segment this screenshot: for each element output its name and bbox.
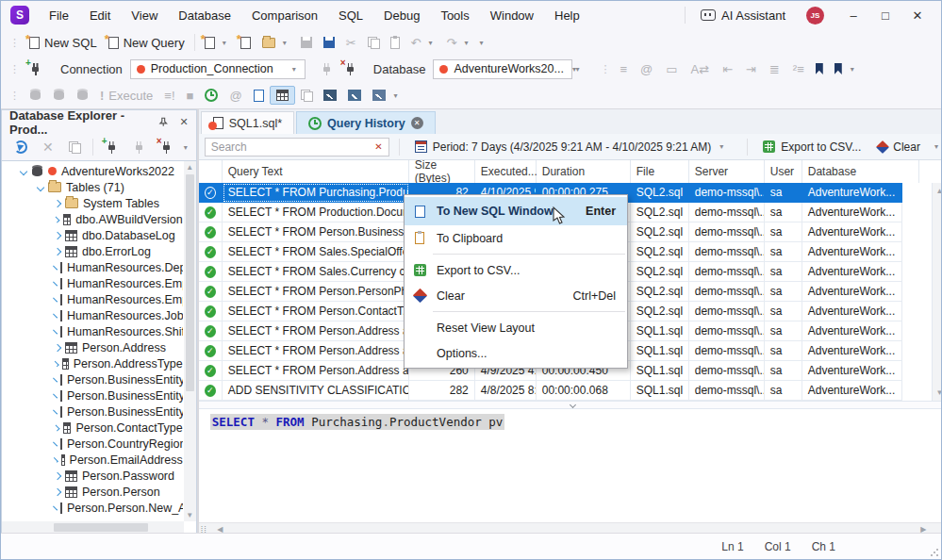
next-bookmark-button[interactable] <box>829 60 848 77</box>
tab-query-history[interactable]: Query History ✕ <box>296 111 436 134</box>
cell-server[interactable]: demo-mssql\... <box>689 183 765 203</box>
chevron-down-icon[interactable]: ▾ <box>426 39 436 47</box>
chevron-right-icon[interactable] <box>53 457 58 463</box>
db-tool-2-button[interactable] <box>47 86 71 105</box>
chevron-right-icon[interactable] <box>53 441 58 446</box>
cell-query-text[interactable]: SELECT * FROM Purchasing.ProductV... <box>223 183 409 203</box>
scroll-up-icon[interactable]: ▲ <box>184 161 196 173</box>
menu-item-clear[interactable]: ClearCtrl+Del <box>405 283 627 308</box>
grid-view-button[interactable] <box>270 86 295 105</box>
export-button[interactable] <box>367 87 391 104</box>
execute-button[interactable]: ! Execute <box>94 86 158 106</box>
chevron-right-icon[interactable] <box>53 360 58 366</box>
explorer-new-connection-button[interactable]: + <box>99 138 124 156</box>
cell-user[interactable]: sa <box>765 321 802 341</box>
toolbar-grip[interactable]: ⋮ <box>5 63 24 75</box>
cell-file[interactable]: SQL2.sql <box>631 262 689 282</box>
disconnect-button[interactable]: × <box>339 59 362 78</box>
chevron-down-icon[interactable]: ▾ <box>572 65 582 74</box>
undo-button[interactable]: ↶ ▾ <box>405 34 441 52</box>
new-sql-window-button[interactable]: * ▾ <box>199 34 235 52</box>
maximize-button[interactable]: □ <box>869 6 901 25</box>
new-query-button[interactable]: * New Query <box>103 33 190 53</box>
copy-button[interactable] <box>362 34 385 51</box>
chevron-right-icon[interactable] <box>53 297 58 302</box>
cell-user[interactable]: sa <box>765 381 802 401</box>
tree-item[interactable]: HumanResources.Shift <box>2 323 183 339</box>
scroll-down-icon[interactable]: ▼ <box>934 387 942 399</box>
fmt-at-button[interactable]: @ <box>635 60 658 78</box>
menu-item-to-clipboard[interactable]: To Clipboard <box>405 225 627 251</box>
fmt-rename-button[interactable]: ▭ <box>660 60 683 78</box>
save-all-button[interactable] <box>318 34 340 51</box>
menu-item-export-to-csv[interactable]: Export to CSV... <box>405 257 627 283</box>
cell-server[interactable]: demo-mssql\... <box>689 302 765 321</box>
cell-database[interactable]: AdventureWork... <box>802 262 902 282</box>
stop-button[interactable]: ■ <box>181 87 200 105</box>
chevron-right-icon[interactable] <box>54 247 61 255</box>
cell-query-text[interactable]: ADD SENSITIVITY CLASSIFICATION ... <box>223 381 409 401</box>
cell-user[interactable]: sa <box>765 183 802 203</box>
chevron-right-icon[interactable] <box>53 281 58 286</box>
tree-item[interactable]: dbo.ErrorLog <box>2 243 183 259</box>
macro-button[interactable]: @ <box>223 87 247 105</box>
menu-edit[interactable]: Edit <box>79 5 121 26</box>
tree-item[interactable]: dbo.DatabaseLog <box>2 227 183 243</box>
cell-user[interactable]: sa <box>765 222 802 242</box>
cell-query-text[interactable]: SELECT * FROM Sales.Currency c... <box>223 262 409 282</box>
fmt-case-button[interactable]: A⇄ <box>686 60 716 78</box>
connect-button[interactable] <box>315 59 339 78</box>
tree-item[interactable]: Person.BusinessEntityA <box>2 387 183 404</box>
grid-header-server[interactable]: Server <box>689 160 765 183</box>
cell-query-text[interactable]: SELECT * FROM Person.PersonPh... <box>223 282 409 302</box>
cell-query-text[interactable]: SELECT * FROM Sales.SpecialOffe... <box>223 242 409 262</box>
preview-splitter[interactable] <box>199 401 942 408</box>
search-clear-icon[interactable]: ✕ <box>374 141 382 152</box>
edit-document-button[interactable] <box>248 87 270 105</box>
connection-select[interactable]: Production_Connection ▾ <box>130 59 306 79</box>
explorer-disconnect-button[interactable]: × <box>154 138 179 156</box>
redo-button[interactable]: ↷ ▾ <box>441 34 477 52</box>
cell-database[interactable]: AdventureWork... <box>802 183 902 203</box>
grid-header-duration[interactable]: Duration <box>537 160 631 183</box>
query-history-button[interactable] <box>199 86 223 105</box>
new-connection-button[interactable]: + <box>24 59 47 78</box>
menu-item-reset-view-layout[interactable]: Reset View Layout <box>405 315 627 340</box>
save-button[interactable] <box>295 34 318 51</box>
menu-item-options[interactable]: Options... <box>405 340 627 366</box>
grid-header-size-bytes-[interactable]: Size (Bytes) <box>409 160 475 183</box>
minimize-button[interactable]: – <box>837 6 869 25</box>
cell-file[interactable]: SQL2.sql <box>631 242 689 262</box>
fmt-block-button[interactable]: ≣ <box>764 60 785 78</box>
cell-query-text[interactable]: SELECT * FROM Person.Address a... <box>223 341 409 361</box>
cell-server[interactable]: demo-mssql\... <box>689 262 765 282</box>
cell-file[interactable]: SQL2.sql <box>631 302 689 321</box>
new-sql-button[interactable]: * New SQL <box>24 33 103 53</box>
db-tool-1-button[interactable] <box>24 86 47 105</box>
cell-database[interactable]: AdventureWork... <box>802 242 902 262</box>
cell-file[interactable]: SQL2.sql <box>631 183 689 203</box>
close-button[interactable]: ✕ <box>901 6 934 25</box>
menu-view[interactable]: View <box>121 5 168 26</box>
tree-item[interactable]: Person.Person.New_A <box>2 500 183 516</box>
database-select[interactable]: AdventureWorks20... ▾ <box>433 59 572 79</box>
menu-database[interactable]: Database <box>168 5 241 26</box>
delete-connection-button[interactable]: ✕ <box>36 138 60 156</box>
sql-preview-pane[interactable]: SELECT * FROM Purchasing.ProductVendor p… <box>199 408 942 522</box>
cell-query-text[interactable]: SELECT * FROM Person.Address a; S... <box>223 361 409 381</box>
cell-server[interactable]: demo-mssql\... <box>689 242 765 262</box>
tree-item[interactable]: AdventureWorks2022 <box>2 163 183 179</box>
menu-debug[interactable]: Debug <box>373 5 430 26</box>
tree-item[interactable]: Person.Password <box>2 468 183 484</box>
duplicate-button[interactable] <box>62 139 87 156</box>
cell-server[interactable]: demo-mssql\... <box>689 203 765 222</box>
grid-vertical-scrollbar[interactable]: ▲ ▼ <box>932 183 942 401</box>
ai-assistant-button[interactable]: AI Assistant <box>693 6 793 25</box>
chevron-right-icon[interactable] <box>54 199 61 206</box>
tree-item[interactable]: Person.BusinessEntityC <box>2 404 183 420</box>
menu-help[interactable]: Help <box>544 5 590 26</box>
cell-database[interactable]: AdventureWork... <box>802 341 902 361</box>
cell-server[interactable]: demo-mssql\... <box>689 381 765 401</box>
db-tool-3-button[interactable] <box>71 86 94 105</box>
execute-script-button[interactable]: ≡! <box>158 87 180 105</box>
